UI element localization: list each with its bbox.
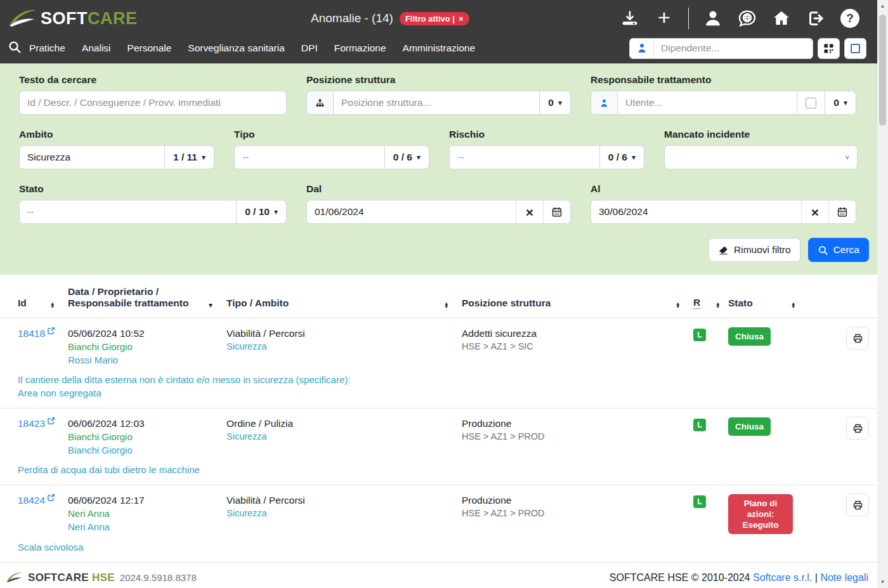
row-scope: Sicurezza — [226, 430, 462, 443]
row-scope: Sicurezza — [226, 507, 462, 520]
remove-filter-button[interactable]: Rimuovi filtro — [708, 238, 800, 262]
apps-grid-button[interactable] — [818, 38, 840, 59]
search-icon[interactable] — [8, 40, 22, 56]
ambito-count-dropdown[interactable]: 1 / 11▾ — [164, 146, 214, 169]
scroll-up-icon[interactable]: ▲ — [880, 0, 885, 12]
tipo-label: Tipo — [234, 129, 429, 140]
row-date: 06/06/2024 12:17 — [68, 493, 226, 507]
sort-icon: ▴▾ — [676, 302, 679, 309]
print-button[interactable] — [846, 327, 869, 350]
risk-level-badge: L — [693, 419, 706, 431]
chevron-down-icon: ▾ — [202, 153, 206, 162]
row-location-path: HSE > AZ1 > PROD — [462, 507, 693, 520]
nav-dpi[interactable]: DPI — [301, 42, 318, 54]
external-link-icon — [47, 417, 55, 425]
al-calendar-button[interactable] — [828, 200, 856, 223]
nav-sorveglianza-sanitaria[interactable]: Sorveglianza sanitaria — [188, 42, 285, 54]
row-owner: Bianchi Giorgio — [68, 340, 226, 353]
row-description: Perdita di acqua dai tubi dietro le macc… — [0, 457, 888, 485]
header-data-proprietario[interactable]: Data / Proprietario /Responsabile tratta… — [68, 286, 226, 309]
scrollbar-thumb[interactable] — [879, 15, 886, 126]
help-icon[interactable]: ? — [840, 8, 860, 29]
vertical-scrollbar[interactable]: ▲ ▼ — [877, 0, 888, 588]
close-icon: × — [811, 206, 819, 219]
stato-input[interactable] — [20, 200, 236, 223]
filter-badge-close-icon[interactable]: × — [459, 14, 464, 23]
ambito-input[interactable] — [20, 146, 164, 169]
layout-toggle-button[interactable] — [844, 38, 866, 59]
rischio-input[interactable] — [450, 146, 599, 169]
sitemap-icon[interactable] — [307, 91, 334, 114]
footer-brand-hse: HSE — [92, 572, 115, 584]
testo-label: Testo da cercare — [19, 74, 287, 86]
al-date-input[interactable] — [591, 200, 801, 223]
dal-calendar-button[interactable] — [543, 200, 570, 223]
rischio-label: Rischio — [449, 129, 644, 140]
table-row: 18418 05/06/2024 10:52Bianchi GiorgioRos… — [0, 318, 888, 408]
print-button[interactable] — [846, 493, 869, 516]
scroll-down-icon[interactable]: ▼ — [880, 576, 885, 588]
anomaly-id-link[interactable]: 18418 — [18, 327, 55, 340]
header-id[interactable]: Id▴▾ — [18, 297, 68, 309]
top-bar: SOFTCARE Anomalie - (14) Filtro attivo |… — [0, 0, 888, 37]
anomaly-id-link[interactable]: 18424 — [18, 493, 55, 507]
tipo-count-dropdown[interactable]: 0 / 6▾ — [384, 146, 429, 169]
chat-globe-icon[interactable] — [737, 8, 757, 29]
nav-formazione[interactable]: Formazione — [334, 42, 386, 54]
nav-pratiche[interactable]: Pratiche — [29, 42, 65, 54]
responsabile-count-dropdown[interactable]: 0▾ — [825, 91, 856, 114]
status-badge: Chiusa — [728, 327, 771, 346]
row-description: Il cantiere della ditta esterna non è ci… — [0, 367, 888, 408]
ambito-label: Ambito — [19, 129, 214, 140]
al-clear-button[interactable]: × — [801, 200, 828, 223]
add-icon[interactable]: + — [654, 8, 674, 29]
sort-desc-icon: ▾ — [209, 301, 212, 309]
app-logo[interactable]: SOFTCARE — [9, 6, 138, 30]
rischio-count-dropdown[interactable]: 0 / 6▾ — [599, 146, 644, 169]
row-type: Viabilità / Percorsi — [226, 327, 462, 340]
row-owner: Neri Anna — [68, 507, 226, 520]
row-date: 05/06/2024 10:52 — [68, 327, 226, 340]
user-icon[interactable] — [703, 8, 723, 29]
close-icon: × — [526, 206, 533, 219]
posizione-input[interactable] — [334, 91, 539, 114]
tipo-input[interactable] — [235, 146, 384, 169]
footer-legal-link[interactable]: Note legali — [820, 572, 868, 583]
responsabile-input[interactable] — [618, 91, 797, 114]
print-button[interactable] — [846, 417, 869, 440]
download-icon[interactable] — [620, 8, 640, 29]
home-icon[interactable] — [771, 8, 792, 29]
search-submit-button[interactable]: Cerca — [808, 238, 869, 262]
page-title: Anomalie - (14) — [311, 11, 393, 25]
footer-copyright: SOFTCARE HSE © 2010-2024 — [610, 572, 750, 583]
header-r[interactable]: R▴▾ — [693, 297, 728, 309]
testo-input[interactable] — [20, 91, 286, 114]
logout-icon[interactable] — [806, 8, 826, 29]
mancato-select[interactable]: ˅ — [664, 145, 858, 169]
filter-testo: Testo da cercare — [19, 74, 287, 115]
risk-level-badge: L — [693, 329, 706, 341]
filter-al: Al × — [591, 183, 856, 224]
header-stato[interactable]: Stato▴▾ — [728, 297, 809, 309]
header-tipo-ambito[interactable]: Tipo / Ambito▴▾ — [226, 297, 462, 309]
dal-clear-button[interactable]: × — [516, 200, 543, 223]
footer-company-link[interactable]: Softcare s.r.l. — [753, 572, 812, 583]
user-blue-icon[interactable] — [591, 91, 618, 114]
nav-personale[interactable]: Personale — [127, 42, 172, 54]
anomaly-id-link[interactable]: 18423 — [18, 417, 55, 430]
stato-count-dropdown[interactable]: 0 / 10▾ — [236, 200, 286, 223]
dal-date-input[interactable] — [307, 200, 516, 223]
chevron-down-icon: ▾ — [632, 153, 636, 162]
header-posizione-struttura[interactable]: Posizione struttura▴▾ — [462, 297, 693, 309]
posizione-count-dropdown[interactable]: 0▾ — [539, 91, 570, 114]
employee-search-input[interactable] — [654, 39, 813, 58]
status-badge: Chiusa — [728, 417, 771, 436]
responsabile-checkbox[interactable] — [806, 98, 816, 108]
row-responsible: Bianchi Giorgio — [68, 443, 226, 457]
row-location-path: HSE > AZ1 > SIC — [462, 340, 693, 353]
nav-analisi[interactable]: Analisi — [82, 42, 111, 54]
footer-brand: SOFTCARE — [28, 572, 89, 584]
row-date: 06/06/2024 12:03 — [68, 417, 226, 430]
row-responsible: Neri Anna — [68, 520, 226, 533]
nav-amministrazione[interactable]: Amministrazione — [403, 42, 476, 54]
